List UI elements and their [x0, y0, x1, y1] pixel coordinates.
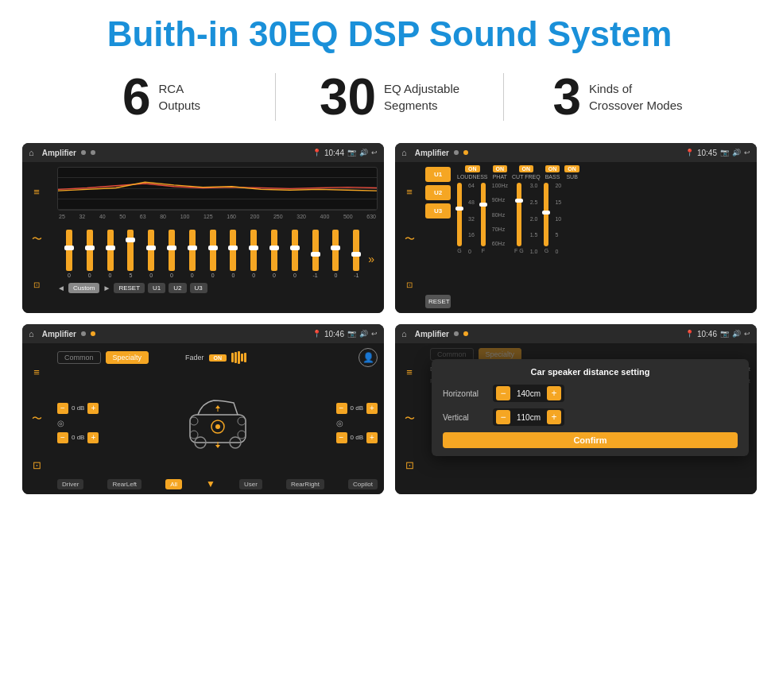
next-arrow[interactable]: ► — [103, 284, 110, 292]
toggle-loudness[interactable]: ON LOUDNESS — [457, 165, 488, 180]
toggle-cutfreq[interactable]: ON CUT FREQ — [512, 165, 541, 180]
fader-track-3[interactable] — [517, 183, 521, 246]
eq-thumb-15[interactable] — [351, 252, 361, 257]
toggle-phat[interactable]: ON PHAT — [493, 165, 508, 180]
driver-label[interactable]: Driver — [57, 479, 83, 489]
db-minus-btn-3[interactable]: − — [336, 403, 347, 414]
fader-col-2[interactable]: F — [481, 183, 486, 310]
speaker-balance-icon-3[interactable]: ⊡ — [29, 456, 45, 474]
fader-thumb-4[interactable] — [542, 211, 550, 215]
eq-slider-3[interactable]: 0 — [102, 230, 119, 278]
eq-slider-13[interactable]: -1 — [307, 230, 324, 278]
u3-button[interactable]: U3 — [190, 283, 207, 293]
fader-thumb-1[interactable] — [455, 207, 463, 211]
db-plus-btn-1[interactable]: + — [87, 403, 99, 414]
fader-thumb-3[interactable] — [515, 199, 523, 203]
eq-icon-3[interactable]: ≡ — [30, 363, 43, 381]
vertical-plus-button[interactable]: + — [547, 410, 561, 424]
eq-track-9[interactable] — [230, 230, 236, 271]
chevron-down-icon[interactable]: ▼ — [206, 478, 215, 489]
fader-col-1[interactable]: G — [457, 183, 462, 310]
eq-track-14[interactable] — [332, 230, 339, 271]
eq-slider-5[interactable]: 0 — [142, 230, 160, 278]
horizontal-minus-button[interactable]: − — [496, 386, 510, 400]
eq-icon-2[interactable]: ≡ — [403, 183, 416, 201]
tab-specialty[interactable]: Specialty — [106, 351, 149, 364]
eq-thumb-13[interactable] — [311, 252, 320, 257]
fader-col-4[interactable]: G — [544, 183, 548, 310]
eq-icon[interactable]: ≡ — [30, 183, 43, 201]
speaker-balance-icon-4[interactable]: ⊡ — [402, 456, 417, 474]
db-plus-btn-2[interactable]: + — [87, 432, 99, 443]
expand-icon[interactable]: » — [368, 253, 374, 278]
home-icon-2[interactable]: ⌂ — [401, 148, 407, 157]
rearright-label[interactable]: RearRight — [286, 479, 324, 489]
u3-preset-button[interactable]: U3 — [425, 203, 451, 219]
eq-track-11[interactable] — [271, 230, 277, 271]
speaker-balance-icon[interactable]: ⊡ — [30, 277, 43, 292]
all-label[interactable]: All — [165, 479, 182, 489]
db-minus-btn-4[interactable]: − — [336, 432, 347, 443]
toggle-bass[interactable]: ON BASS — [545, 165, 560, 180]
user-settings-icon[interactable]: 👤 — [358, 348, 378, 367]
wave-icon[interactable]: 〜 — [29, 229, 45, 249]
eq-slider-7[interactable]: 0 — [184, 230, 201, 278]
eq-track-8[interactable] — [210, 230, 216, 271]
back-icon-2[interactable]: ↩ — [744, 149, 750, 157]
rearleft-label[interactable]: RearLeft — [107, 479, 141, 489]
reset-button[interactable]: RESET — [114, 283, 145, 293]
eq-thumb-3[interactable] — [106, 246, 115, 250]
eq-slider-8[interactable]: 0 — [204, 230, 222, 278]
fader-track-2[interactable] — [481, 183, 486, 246]
confirm-button[interactable]: Confirm — [443, 432, 738, 448]
eq-thumb-8[interactable] — [208, 246, 218, 250]
eq-thumb-5[interactable] — [146, 246, 156, 250]
eq-slider-15[interactable]: -1 — [347, 230, 365, 278]
eq-thumb-9[interactable] — [228, 246, 238, 250]
eq-slider-4[interactable]: 5 — [122, 230, 139, 278]
custom-button[interactable]: Custom — [68, 283, 100, 293]
eq-track-6[interactable] — [169, 230, 175, 271]
eq-track-5[interactable] — [148, 230, 154, 271]
eq-thumb-2[interactable] — [85, 246, 95, 250]
u2-button[interactable]: U2 — [169, 283, 186, 293]
fader-track-1[interactable] — [457, 183, 462, 246]
eq-track-1[interactable] — [66, 230, 72, 271]
eq-track-10[interactable] — [250, 230, 257, 271]
eq-slider-9[interactable]: 0 — [225, 230, 242, 278]
user-label[interactable]: User — [239, 479, 262, 489]
speaker-balance-icon-2[interactable]: ⊡ — [403, 277, 416, 292]
tab-common[interactable]: Common — [57, 351, 101, 364]
fader-track-4[interactable] — [544, 183, 548, 246]
u2-preset-button[interactable]: U2 — [425, 185, 451, 200]
eq-slider-10[interactable]: 0 — [245, 230, 262, 278]
copilot-label[interactable]: Copilot — [348, 479, 378, 489]
home-icon[interactable]: ⌂ — [29, 148, 34, 157]
eq-thumb-4[interactable] — [126, 238, 135, 242]
eq-track-3[interactable] — [107, 230, 114, 271]
db-plus-btn-3[interactable]: + — [366, 403, 378, 414]
u1-preset-button[interactable]: U1 — [425, 167, 451, 182]
back-icon-4[interactable]: ↩ — [744, 330, 750, 338]
eq-track-2[interactable] — [87, 230, 93, 271]
amp-reset-button[interactable]: RESET — [425, 295, 451, 308]
eq-slider-12[interactable]: 0 — [286, 230, 304, 278]
fader-col-cutfreq[interactable]: 100Hz90Hz80Hz70Hz60Hz — [492, 183, 508, 310]
home-icon-4[interactable]: ⌂ — [401, 329, 407, 338]
fader-on-toggle[interactable]: ON — [209, 354, 227, 362]
eq-thumb-7[interactable] — [188, 246, 197, 250]
wave-icon-3[interactable]: 〜 — [29, 408, 45, 429]
eq-thumb-1[interactable] — [64, 246, 74, 250]
back-icon-3[interactable]: ↩ — [371, 330, 378, 338]
horizontal-plus-button[interactable]: + — [547, 386, 561, 400]
eq-track-13[interactable] — [312, 230, 319, 271]
eq-thumb-14[interactable] — [331, 246, 340, 250]
home-icon-3[interactable]: ⌂ — [29, 329, 34, 338]
eq-track-15[interactable] — [353, 230, 359, 271]
vertical-minus-button[interactable]: − — [496, 410, 510, 424]
back-icon[interactable]: ↩ — [371, 149, 378, 157]
eq-slider-14[interactable]: 0 — [327, 230, 345, 278]
fader-thumb-2[interactable] — [479, 203, 487, 207]
wave-icon-4[interactable]: 〜 — [401, 408, 418, 429]
eq-slider-1[interactable]: 0 — [60, 230, 78, 278]
